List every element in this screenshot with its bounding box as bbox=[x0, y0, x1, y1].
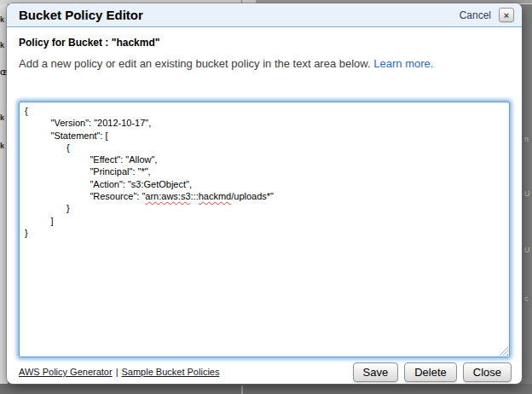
link-separator: | bbox=[116, 367, 119, 377]
policy-json-text: { "Version": "2012-10-17", "Statement": … bbox=[25, 105, 504, 239]
cancel-link[interactable]: Cancel bbox=[460, 9, 491, 21]
background-text-fragment: c bbox=[524, 294, 531, 303]
close-icon: × bbox=[504, 10, 509, 20]
background-text-fragment: k bbox=[0, 142, 7, 150]
background-text-fragment: k bbox=[0, 113, 7, 122]
dialog-header: Bucket Policy Editor Cancel × bbox=[7, 3, 522, 27]
policy-for-bucket-label: Policy for Bucket : "hackmd" bbox=[19, 37, 510, 49]
background-text-fragment: k bbox=[0, 41, 7, 49]
save-button[interactable]: Save bbox=[353, 362, 399, 382]
dialog-description: Add a new policy or edit an existing buc… bbox=[19, 57, 510, 70]
sample-bucket-policies-link[interactable]: Sample Bucket Policies bbox=[122, 367, 220, 377]
dialog-body: Policy for Bucket : "hackmd" Add a new p… bbox=[7, 27, 522, 357]
policy-textarea[interactable]: { "Version": "2012-10-17", "Statement": … bbox=[19, 101, 510, 357]
background-text-fragment: n bbox=[524, 135, 531, 143]
dialog-title: Bucket Policy Editor bbox=[19, 8, 143, 22]
resize-handle[interactable] bbox=[499, 346, 508, 356]
close-dialog-button[interactable]: Close bbox=[463, 362, 512, 382]
dialog-footer: AWS Policy Generator | Sample Bucket Pol… bbox=[7, 357, 522, 390]
background-text-fragment: k bbox=[0, 15, 7, 24]
aws-policy-generator-link[interactable]: AWS Policy Generator bbox=[19, 367, 113, 377]
learn-more-link[interactable]: Learn more. bbox=[373, 57, 433, 70]
close-button[interactable]: × bbox=[499, 8, 514, 22]
background-text-fragment: U bbox=[524, 246, 531, 254]
delete-button[interactable]: Delete bbox=[404, 362, 457, 382]
description-text: Add a new policy or edit an existing buc… bbox=[19, 57, 371, 70]
background-text-fragment: Œ bbox=[0, 68, 7, 77]
background-text-fragment: U bbox=[524, 189, 531, 198]
bucket-policy-editor-dialog: Bucket Policy Editor Cancel × Policy for… bbox=[7, 3, 522, 384]
